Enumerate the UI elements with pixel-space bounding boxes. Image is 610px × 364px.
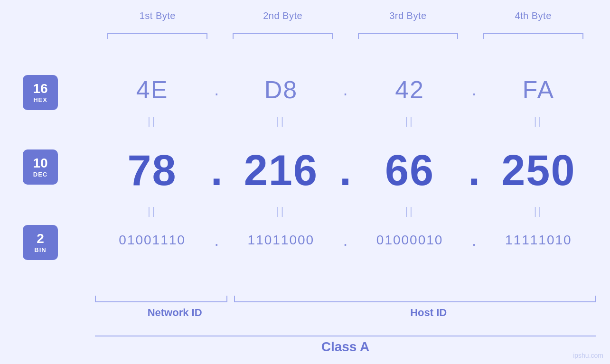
hex-base-label: HEX	[33, 96, 47, 103]
eq2-2: ||	[224, 205, 338, 217]
hex-byte4: FA	[481, 75, 596, 104]
bin-sep-1: .	[209, 230, 224, 250]
col-header-2: 2nd Byte	[220, 10, 346, 21]
network-id-label: Network ID	[95, 307, 254, 319]
dec-dot-1: .	[211, 147, 223, 194]
dec-val-2: 216	[244, 146, 318, 195]
dec-val-4: 250	[501, 146, 575, 195]
column-headers: 1st Byte 2nd Byte 3rd Byte 4th Byte	[95, 10, 596, 21]
dec-sep-1: .	[209, 146, 224, 195]
dec-byte1: 78	[95, 146, 209, 195]
hex-val-3: 42	[395, 75, 424, 104]
equals-row-2: || || || ||	[95, 205, 596, 217]
watermark: ipshu.com	[573, 352, 603, 359]
class-label: Class A	[95, 339, 596, 355]
bracket-line-2	[233, 33, 333, 39]
dec-byte3: 66	[353, 146, 467, 195]
hex-sep-1: .	[209, 80, 224, 100]
hex-val-1: 4E	[136, 75, 169, 104]
bracket-network	[95, 296, 227, 302]
bin-byte1: 01001110	[95, 233, 209, 248]
dec-sep-3: .	[467, 146, 481, 195]
bin-byte2: 11011000	[224, 233, 338, 248]
hex-base-num: 16	[33, 82, 47, 95]
hex-val-2: D8	[264, 75, 298, 104]
hex-val-4: FA	[523, 75, 555, 104]
bin-row: 01001110 . 11011000 . 01000010 . 1111101…	[95, 223, 596, 258]
bin-base-num: 2	[37, 232, 44, 245]
hex-badge: 16 HEX	[23, 75, 58, 110]
equals-row-1: || || || ||	[95, 115, 596, 127]
bracket-cell-4	[470, 33, 596, 39]
bracket-cell-1	[95, 33, 220, 39]
hex-sep-2: .	[338, 80, 353, 100]
dec-byte2: 216	[224, 146, 338, 195]
eq1-2: ||	[224, 115, 338, 127]
bin-badge: 2 BIN	[23, 225, 58, 260]
bin-sep-3: .	[467, 230, 481, 250]
eq2-4: ||	[481, 205, 596, 217]
bin-val-4: 11111010	[505, 233, 572, 248]
hex-byte1: 4E	[95, 75, 209, 104]
bottom-brackets	[95, 296, 596, 302]
bracket-cell-3	[346, 33, 471, 39]
col-header-1: 1st Byte	[95, 10, 220, 21]
eq2-1: ||	[95, 205, 209, 217]
dec-val-3: 66	[385, 146, 434, 195]
eq2-3: ||	[353, 205, 467, 217]
top-brackets	[95, 33, 596, 39]
bin-byte3: 01000010	[353, 233, 467, 248]
col-header-3: 3rd Byte	[346, 10, 471, 21]
bracket-line-3	[358, 33, 458, 39]
bin-val-2: 11011000	[248, 233, 315, 248]
hex-sep-3: .	[467, 80, 481, 100]
dec-dot-3: .	[468, 147, 480, 194]
dec-badge: 10 DEC	[23, 149, 58, 185]
hex-byte3: 42	[353, 75, 467, 104]
dec-row: 78 . 216 . 66 . 250	[95, 147, 596, 194]
bin-byte4: 11111010	[481, 233, 596, 248]
class-line	[95, 336, 596, 336]
dec-base-label: DEC	[33, 171, 47, 178]
bin-sep-2: .	[338, 230, 353, 250]
hex-row: 4E . D8 . 42 . FA	[95, 72, 596, 107]
dec-dot-2: .	[339, 147, 351, 194]
bracket-line-4	[483, 33, 583, 39]
bracket-host	[234, 296, 596, 302]
eq1-3: ||	[353, 115, 467, 127]
dec-base-num: 10	[33, 157, 47, 170]
dec-byte4: 250	[481, 146, 596, 195]
bin-val-1: 01001110	[119, 233, 186, 248]
bracket-cell-2	[220, 33, 346, 39]
hex-byte2: D8	[224, 75, 338, 104]
host-id-label: Host ID	[261, 307, 596, 319]
main-container: 16 HEX 10 DEC 2 BIN 1st Byte 2nd Byte 3r…	[0, 0, 610, 364]
dec-sep-2: .	[338, 146, 353, 195]
bracket-line-1	[107, 33, 207, 39]
dec-val-1: 78	[128, 146, 177, 195]
eq1-4: ||	[481, 115, 596, 127]
bin-base-label: BIN	[34, 246, 46, 253]
eq1-1: ||	[95, 115, 209, 127]
col-header-4: 4th Byte	[470, 10, 596, 21]
bin-val-3: 01000010	[376, 233, 443, 248]
